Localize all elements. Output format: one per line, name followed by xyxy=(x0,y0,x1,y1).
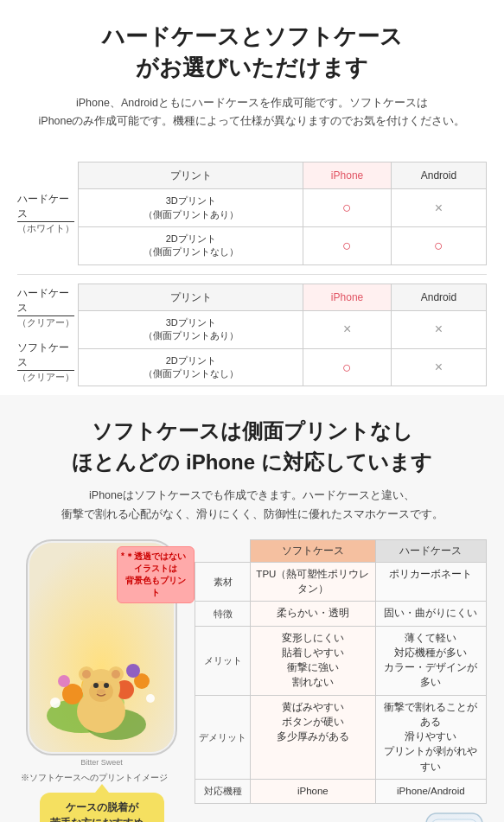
table2-header-iphone: iPhone xyxy=(303,284,391,310)
speech-bubble: ケースの脱着が苦手な方におすすめ。 xyxy=(40,793,164,822)
comp-soft-feature: 柔らかい・透明 xyxy=(251,602,376,626)
top-section: ハードケースとソフトケースがお選びいただけます iPhone、Androidとも… xyxy=(0,0,504,162)
table2-row1-android: × xyxy=(391,310,486,348)
top-title: ハードケースとソフトケースがお選びいただけます xyxy=(17,21,487,84)
table2-header-print: プリント xyxy=(79,284,303,310)
comp-label-material: 素材 xyxy=(195,562,251,602)
svg-point-22 xyxy=(97,689,105,694)
comp-row-feature: 特徴 柔らかい・透明 固い・曲がりにくい xyxy=(195,602,487,626)
comp-hard-merit: 薄くて軽い対応機種が多いカラー・デザインが多い xyxy=(375,626,486,695)
phone-side: ＊透過ではないイラストは背景色もプリント xyxy=(17,539,186,822)
comp-hard-material: ポリカーボネート xyxy=(375,562,486,602)
table1-row2-iphone: ○ xyxy=(303,227,391,265)
table2-soft-main: ソフトケース xyxy=(17,341,74,371)
bottom-title: ソフトケースは側面プリントなしほとんどの iPhone に対応しています xyxy=(17,416,487,478)
comp-hard-device: iPhone/Android xyxy=(375,779,486,803)
table1-row2-label: 2Dプリント（側面プリントなし） xyxy=(79,227,303,265)
table2-group: ハードケース （クリアー） ソフトケース （クリアー） プリント iPhone … xyxy=(17,284,487,387)
svg-point-12 xyxy=(146,694,155,703)
top-description: iPhone、Androidともにハードケースを作成可能です。ソフトケースは i… xyxy=(17,94,487,131)
table1-row1-label: 3Dプリント（側面プリントあり） xyxy=(79,189,303,227)
phone-signature: Bitter Sweet xyxy=(17,758,186,767)
table-row: 2Dプリント（側面プリントなし） ○ × xyxy=(79,348,487,386)
comp-row-device: 対応機種 iPhone iPhone/Android xyxy=(195,779,487,803)
comp-soft-device: iPhone xyxy=(251,779,376,803)
table1-header-android: Android xyxy=(391,162,486,189)
speech-bubble-container: ケースの脱着が苦手な方におすすめ。 xyxy=(17,793,186,822)
comp-label-device: 対応機種 xyxy=(195,779,251,803)
table1: プリント iPhone Android 3Dプリント（側面プリントあり） ○ ×… xyxy=(78,162,487,265)
comp-header-hard: ハードケース xyxy=(375,539,486,562)
svg-point-8 xyxy=(58,675,70,687)
comp-row-merit: メリット 変形しにくい貼着しやすい衝撃に強い割れない 薄くて軽い対応機種が多いカ… xyxy=(195,626,487,695)
table2-row1-label: 3Dプリント（側面プリントあり） xyxy=(79,310,303,348)
table2-hard-sub: （クリアー） xyxy=(17,316,74,329)
svg-point-11 xyxy=(50,698,61,708)
table1-header-iphone: iPhone xyxy=(303,162,391,189)
table1-group: ハードケース （ホワイト） プリント iPhone Android 3Dプリント… xyxy=(17,162,487,265)
svg-point-18 xyxy=(112,670,120,679)
svg-point-17 xyxy=(82,670,91,679)
comp-soft-material: TPU（熱可塑性ポリウレタン） xyxy=(251,562,376,602)
comp-hard-demerit: 衝撃で割れることがある滑りやすいプリントが剥がれやすい xyxy=(375,695,486,779)
table1-row2-android: ○ xyxy=(391,227,486,265)
annotation-bubble: ＊透過ではないイラストは背景色もプリント xyxy=(117,546,195,603)
table2-label-soft: ソフトケース （クリアー） xyxy=(17,338,74,387)
svg-point-9 xyxy=(126,664,140,678)
table-row: 2Dプリント（側面プリントなし） ○ ○ xyxy=(79,227,487,265)
bottom-section: ソフトケースは側面プリントなしほとんどの iPhone に対応しています iPh… xyxy=(0,395,504,822)
comp-soft-demerit: 黄ばみやすいボタンが硬い多少厚みがある xyxy=(251,695,376,779)
table1-header-print: プリント xyxy=(79,162,303,189)
clear-phone-wrapper xyxy=(195,809,487,822)
table2-hard-main: ハードケース xyxy=(17,286,74,316)
table2-row2-android: × xyxy=(391,348,486,386)
table2-left-label: ハードケース （クリアー） ソフトケース （クリアー） xyxy=(17,284,78,387)
table1-left-label: ハードケース （ホワイト） xyxy=(17,162,78,265)
table2: プリント iPhone Android 3Dプリント（側面プリントあり） × ×… xyxy=(78,284,487,387)
table2-row2-iphone: ○ xyxy=(303,348,391,386)
comp-label-demerit: デメリット xyxy=(195,695,251,779)
comp-soft-merit: 変形しにくい貼着しやすい衝撃に強い割れない xyxy=(251,626,376,695)
comp-label-feature: 特徴 xyxy=(195,602,251,626)
table2-header-android: Android xyxy=(391,284,486,310)
table1-label-sub: （ホワイト） xyxy=(17,222,74,235)
table1-row1-android: × xyxy=(391,189,486,227)
table2-soft-sub: （クリアー） xyxy=(17,371,74,384)
bottom-description: iPhoneはソフトケースでも作成できます。ハードケースと違い、 衝撃で割れる心… xyxy=(17,487,487,524)
table2-label-hard: ハードケース （クリアー） xyxy=(17,284,74,333)
comp-row-demerit: デメリット 黄ばみやすいボタンが硬い多少厚みがある 衝撃で割れることがある滑りや… xyxy=(195,695,487,779)
clear-phone-image xyxy=(422,809,487,822)
table-row: 3Dプリント（側面プリントあり） ○ × xyxy=(79,189,487,227)
comparison-table: ソフトケース ハードケース 素材 TPU（熱可塑性ポリウレタン） ポリカーボネー… xyxy=(195,539,487,804)
table-row: 3Dプリント（側面プリントあり） × × xyxy=(79,310,487,348)
table1-row1-iphone: ○ xyxy=(303,189,391,227)
phone-footnote: ※ソフトケースへのプリントイメージ xyxy=(17,772,186,784)
comp-header-soft: ソフトケース xyxy=(251,539,376,562)
comp-label-merit: メリット xyxy=(195,626,251,695)
right-side: ソフトケース ハードケース 素材 TPU（熱可塑性ポリウレタン） ポリカーボネー… xyxy=(195,539,487,822)
svg-point-21 xyxy=(104,683,109,688)
table1-label-main: ハードケース xyxy=(17,192,74,222)
comp-hard-feature: 固い・曲がりにくい xyxy=(375,602,486,626)
tables-wrapper: ハードケース （ホワイト） プリント iPhone Android 3Dプリント… xyxy=(0,162,504,395)
comp-header-empty xyxy=(195,539,251,562)
table2-row2-label: 2Dプリント（側面プリントなし） xyxy=(79,348,303,386)
comp-row-material: 素材 TPU（熱可塑性ポリウレタン） ポリカーボネート xyxy=(195,562,487,602)
comparison-area: ＊透過ではないイラストは背景色もプリント xyxy=(17,539,487,822)
table2-row1-iphone: × xyxy=(303,310,391,348)
svg-point-20 xyxy=(93,683,99,688)
